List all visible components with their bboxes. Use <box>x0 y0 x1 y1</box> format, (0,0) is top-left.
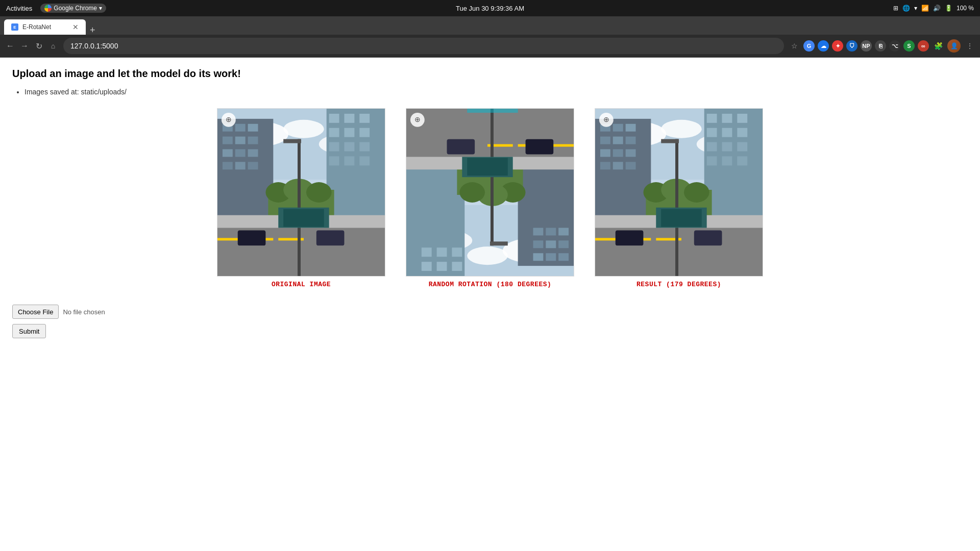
svg-rect-57 <box>546 253 556 261</box>
svg-rect-59 <box>558 240 569 248</box>
svg-rect-117 <box>737 142 747 152</box>
browser-chrome: E E-RotaNet ✕ + ← → ↻ ⌂ ☆ G ☁ ✦ ⛉ NP ⎘ ⌥… <box>0 16 980 58</box>
reload-button[interactable]: ↻ <box>33 40 45 52</box>
svg-text:⊕: ⊕ <box>603 115 609 123</box>
taskbar-right: ⊞ 🌐 ▾ 📶 🔊 🔋 100 % <box>893 5 974 12</box>
svg-rect-71 <box>422 247 432 257</box>
svg-rect-131 <box>661 139 679 143</box>
image-card-original: ⊕ Original Image <box>217 108 385 288</box>
svg-rect-10 <box>223 137 233 144</box>
rotated-image-svg: ⊕ <box>406 109 574 276</box>
browser-tab-erotanet[interactable]: E E-RotaNet ✕ <box>4 19 86 35</box>
tab-bar: E E-RotaNet ✕ + <box>0 16 980 35</box>
chrome-badge[interactable]: Google Chrome ▾ <box>40 4 106 13</box>
svg-rect-27 <box>344 142 354 152</box>
back-button[interactable]: ← <box>4 40 16 52</box>
chevron-icon: ▾ <box>914 5 917 12</box>
cloud-extension-icon[interactable]: ☁ <box>818 40 829 52</box>
np-extension-icon[interactable]: NP <box>861 40 872 52</box>
svg-rect-67 <box>437 262 447 271</box>
new-tab-button[interactable]: + <box>86 26 100 35</box>
svg-rect-110 <box>722 114 732 123</box>
bookmark-icon[interactable]: ☆ <box>788 40 800 52</box>
svg-rect-104 <box>626 149 636 157</box>
google-extension-icon[interactable]: G <box>803 40 815 52</box>
address-bar: ← → ↻ ⌂ ☆ G ☁ ✦ ⛉ NP ⎘ ⌥ S ∞ 🧩 👤 ⋮ <box>0 35 980 57</box>
svg-rect-30 <box>344 156 354 165</box>
svg-rect-12 <box>248 137 258 144</box>
svg-rect-102 <box>600 149 610 157</box>
tab-title: E-RotaNet <box>22 23 51 31</box>
svg-rect-29 <box>329 156 339 165</box>
forward-button[interactable]: → <box>18 40 31 52</box>
shield-extension-icon[interactable]: ⛉ <box>846 40 857 52</box>
image-card-result: ⊕ Result (179 degrees) <box>595 108 763 288</box>
svg-rect-58 <box>533 253 543 261</box>
tab-favicon: E <box>11 23 18 31</box>
svg-rect-22 <box>359 114 370 123</box>
image-card-rotated: ⊕ Random Rotation (180 degrees) <box>406 108 574 288</box>
image-result: ⊕ <box>595 108 763 277</box>
svg-rect-44 <box>238 231 266 246</box>
images-container: ⊕ Original Image <box>12 108 968 288</box>
network-icon: 🌐 <box>902 5 910 12</box>
svg-rect-45 <box>316 231 345 246</box>
profile-avatar[interactable]: 👤 <box>947 39 961 53</box>
image-original: ⊕ <box>217 108 385 277</box>
tab-close-button[interactable]: ✕ <box>72 23 79 31</box>
activities-button[interactable]: Activities <box>6 5 32 12</box>
choose-file-button[interactable]: Choose File <box>12 305 59 319</box>
home-button[interactable]: ⌂ <box>47 40 59 52</box>
svg-rect-109 <box>707 114 717 123</box>
svg-rect-133 <box>694 231 722 246</box>
svg-point-94 <box>661 120 702 138</box>
svg-point-54 <box>467 246 508 265</box>
svg-rect-61 <box>533 240 543 248</box>
menu-icon[interactable]: ⋮ <box>964 40 976 52</box>
github-extension-icon[interactable]: ⌥ <box>889 40 900 52</box>
svg-text:⊕: ⊕ <box>226 115 232 123</box>
s-extension-icon[interactable]: S <box>903 40 915 52</box>
screen-icon: ⊞ <box>893 5 898 12</box>
original-image-svg: ⊕ <box>217 109 385 276</box>
submit-button[interactable]: Submit <box>12 324 46 338</box>
svg-rect-20 <box>329 114 339 123</box>
url-input[interactable] <box>63 38 784 54</box>
svg-rect-8 <box>235 124 246 132</box>
no-file-label: No file chosen <box>63 308 105 316</box>
red-extension-icon[interactable]: ✦ <box>832 40 843 52</box>
svg-rect-103 <box>613 149 623 157</box>
image2-label: Random Rotation (180 degrees) <box>429 281 552 288</box>
svg-rect-25 <box>359 128 370 137</box>
svg-rect-28 <box>359 142 370 152</box>
svg-rect-63 <box>546 228 556 236</box>
svg-rect-97 <box>613 124 623 132</box>
svg-rect-11 <box>235 137 246 144</box>
svg-rect-69 <box>452 247 462 257</box>
svg-rect-113 <box>722 128 732 137</box>
svg-rect-101 <box>626 137 636 144</box>
svg-rect-99 <box>600 137 610 144</box>
svg-rect-84 <box>447 139 475 155</box>
svg-rect-18 <box>248 162 258 169</box>
svg-text:⊕: ⊕ <box>414 115 421 123</box>
svg-rect-21 <box>344 114 354 123</box>
svg-rect-17 <box>235 162 246 169</box>
toolbar-icons: ☆ G ☁ ✦ ⛉ NP ⎘ ⌥ S ∞ 🧩 👤 ⋮ <box>788 39 976 53</box>
svg-rect-89 <box>467 109 518 113</box>
svg-rect-120 <box>737 156 747 165</box>
svg-rect-26 <box>329 142 339 152</box>
svg-rect-24 <box>344 128 354 137</box>
svg-point-35 <box>306 182 332 203</box>
chrome-icon <box>44 5 52 12</box>
battery-percent: 100 % <box>957 5 974 12</box>
result-image-svg: ⊕ <box>595 109 763 276</box>
copy-extension-icon[interactable]: ⎘ <box>875 40 886 52</box>
svg-rect-14 <box>235 149 246 157</box>
svg-rect-47 <box>283 209 324 227</box>
infinity-extension-icon[interactable]: ∞ <box>918 40 929 52</box>
extensions-icon[interactable]: 🧩 <box>932 40 944 52</box>
svg-rect-114 <box>737 128 747 137</box>
svg-rect-115 <box>707 142 717 152</box>
svg-rect-83 <box>526 139 554 155</box>
